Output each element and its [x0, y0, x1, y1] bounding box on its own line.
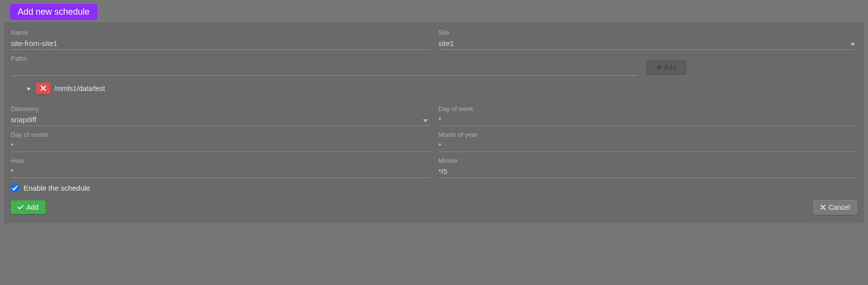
name-input[interactable]	[11, 37, 430, 50]
svg-rect-1	[657, 67, 662, 68]
footer-actions: Add Cancel	[11, 200, 857, 215]
minute-field: Minute	[439, 157, 858, 178]
day-of-week-input[interactable]	[439, 113, 858, 126]
add-path-button[interactable]: Add	[646, 60, 686, 75]
paths-input[interactable]	[11, 63, 637, 76]
paths-field: Paths	[11, 55, 637, 76]
row-name-site: Name Site	[11, 29, 857, 50]
hour-label: Hour	[11, 157, 430, 164]
close-icon	[41, 85, 46, 92]
enable-label: Enable the schedule	[23, 184, 90, 192]
panel-body: Name Site Paths	[4, 22, 864, 223]
minute-input[interactable]	[439, 165, 858, 178]
row-discovery-dow: Discovery Day of week	[11, 105, 857, 126]
enable-row: Enable the schedule	[11, 184, 857, 192]
month-of-year-input[interactable]	[439, 139, 858, 152]
minute-label: Minute	[439, 157, 858, 164]
path-text: /mmfs1/data/test	[54, 85, 105, 92]
month-of-year-field: Month of year	[439, 131, 858, 152]
discovery-label: Discovery	[11, 105, 430, 112]
plus-icon	[657, 64, 662, 71]
day-of-week-label: Day of week	[439, 105, 858, 112]
enable-checkbox[interactable]	[11, 184, 19, 192]
row-paths: Paths Add	[11, 55, 857, 76]
discovery-field: Discovery	[11, 105, 430, 126]
row-hour-minute: Hour Minute	[11, 157, 857, 178]
bullet-icon	[27, 88, 30, 90]
name-label: Name	[11, 29, 430, 36]
hour-input[interactable]	[11, 165, 430, 178]
cancel-button[interactable]: Cancel	[813, 200, 857, 215]
day-of-week-field: Day of week	[439, 105, 858, 126]
add-schedule-panel: Add new schedule Name Site Paths	[4, 4, 864, 223]
path-item: /mmfs1/data/test	[27, 83, 857, 94]
remove-path-button[interactable]	[36, 83, 50, 94]
day-of-month-field: Day of month	[11, 131, 430, 152]
panel-title: Add new schedule	[10, 4, 97, 20]
day-of-month-input[interactable]	[11, 139, 430, 152]
check-icon	[18, 203, 23, 211]
site-field: Site	[439, 29, 858, 50]
add-path-label: Add	[664, 64, 676, 71]
name-field: Name	[11, 29, 430, 50]
month-of-year-label: Month of year	[439, 131, 858, 138]
discovery-select[interactable]	[11, 113, 430, 126]
site-select[interactable]	[439, 37, 858, 50]
cancel-button-label: Cancel	[828, 203, 850, 211]
day-of-month-label: Day of month	[11, 131, 430, 138]
paths-label: Paths	[11, 55, 637, 62]
close-icon	[821, 203, 825, 211]
add-button-label: Add	[26, 203, 39, 211]
site-label: Site	[439, 29, 858, 36]
row-dom-moy: Day of month Month of year	[11, 131, 857, 152]
hour-field: Hour	[11, 157, 430, 178]
paths-list: /mmfs1/data/test	[27, 83, 857, 94]
add-button[interactable]: Add	[11, 200, 46, 214]
